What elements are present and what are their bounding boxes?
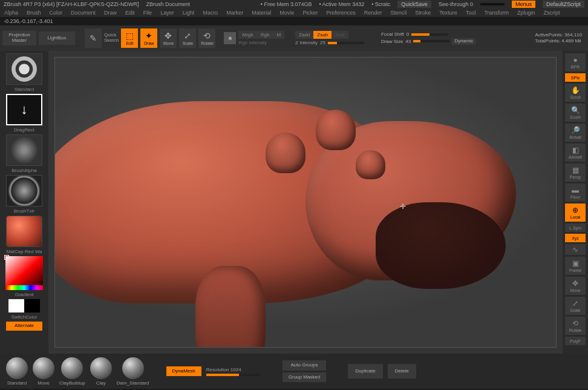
floor-icon: ▬ — [572, 186, 579, 194]
dynamesh-button[interactable]: DynaMesh — [166, 366, 201, 377]
default-zscript-button[interactable]: DefaultZScript — [543, 1, 584, 8]
brush-swirl-icon — [11, 56, 38, 82]
edit-button[interactable]: ⬚Edit — [121, 28, 138, 48]
brush-thumb[interactable] — [6, 53, 42, 85]
nav-move-button[interactable]: ✥Move — [565, 277, 586, 295]
scale-button[interactable]: ⤢Scale — [179, 28, 196, 48]
menu-edit[interactable]: Edit — [121, 10, 139, 16]
quicksave-button[interactable]: QuickSave — [397, 1, 431, 8]
z-intensity-slider[interactable]: Z Intensity 25 — [295, 40, 364, 45]
spix-button[interactable]: SPix — [565, 73, 586, 82]
local-button[interactable]: ⊕Local — [565, 203, 586, 222]
hand-icon: ✋ — [571, 86, 580, 94]
lightbox-button[interactable]: LightBox — [39, 31, 75, 45]
menu-transform[interactable]: Transform — [480, 10, 513, 16]
alpha-thumb[interactable] — [6, 134, 42, 166]
autogroups-button[interactable]: Auto Groups — [283, 360, 326, 371]
r-indicator: R — [224, 32, 236, 44]
menu-brush[interactable]: Brush — [22, 10, 45, 16]
gradient-label[interactable]: Gradient — [15, 292, 34, 297]
point-stats: ActivePoints: 364,110 TotalPoints: 4.489… — [535, 32, 582, 45]
menu-preferences[interactable]: Preferences — [322, 10, 360, 16]
zsub-button[interactable]: Zsub — [313, 31, 332, 39]
groupmasked-button[interactable]: Group Masked — [283, 372, 326, 383]
brush-item-standard[interactable]: Standard — [6, 357, 28, 386]
nav-rotate-button[interactable]: ⟲Rotate — [565, 317, 586, 335]
quicksketch-button[interactable]: ✎ — [85, 28, 102, 48]
menu-file[interactable]: File — [139, 10, 157, 16]
alternate-button[interactable]: Alternate — [6, 322, 42, 331]
rgb-button[interactable]: Rgb — [257, 31, 273, 39]
menu-marker[interactable]: Marker — [222, 10, 247, 16]
menu-draw[interactable]: Draw — [100, 10, 121, 16]
dynamic-button[interactable]: Dynamic — [452, 38, 475, 45]
texture-thumb[interactable] — [6, 175, 42, 207]
menu-zscript[interactable]: Zscript — [540, 10, 564, 16]
aahalf-button[interactable]: ◧AAHalf — [565, 144, 586, 162]
menu-tool[interactable]: Tool — [462, 10, 480, 16]
brush-item-claybuildup[interactable]: ClayBuildup — [59, 357, 85, 386]
floor-button[interactable]: ▬Floor — [565, 183, 586, 202]
sculpt-model — [316, 110, 356, 150]
swatch-black[interactable] — [24, 299, 40, 312]
sculpt-model — [356, 150, 386, 179]
move-button[interactable]: ✥Move — [160, 28, 177, 48]
menu-stencil[interactable]: Stencil — [386, 10, 411, 16]
menu-material[interactable]: Material — [247, 10, 275, 16]
matcap-label: MatCap Red Wa — [7, 249, 42, 254]
zoom-button[interactable]: 🔍Zoom — [565, 104, 586, 122]
swatch-white[interactable] — [8, 299, 24, 312]
xyz-button[interactable]: Xyz — [565, 234, 586, 242]
transpose-button[interactable]: ∿ — [565, 244, 586, 255]
scroll-button[interactable]: ✋Scroll — [565, 84, 586, 102]
menu-macro[interactable]: Macro — [198, 10, 222, 16]
menus-button[interactable]: Menus — [512, 1, 535, 8]
polyf-button[interactable]: PolyF — [565, 337, 586, 345]
focal-shift-slider[interactable]: Focal Shift 0 — [381, 31, 475, 37]
resolution-slider[interactable]: Resolution 1024 — [206, 367, 261, 376]
draw-icon: ✦ — [145, 31, 152, 41]
duplicate-button[interactable]: Duplicate — [348, 364, 382, 379]
cursor-coordinates: -0.236,-0.167,-3.401 — [0, 17, 588, 25]
draw-size-slider[interactable]: Draw Size 43 Dynamic — [381, 38, 475, 45]
brush-item-clay[interactable]: Clay — [90, 357, 112, 386]
bpr-button[interactable]: ●BPR — [565, 53, 586, 71]
projection-master-button[interactable]: Projection Master — [2, 31, 36, 45]
menu-color[interactable]: Color — [45, 10, 67, 16]
m-button[interactable]: M — [273, 31, 284, 39]
zadd-button[interactable]: Zadd — [295, 31, 313, 39]
color-swatches[interactable] — [8, 299, 40, 312]
menu-document[interactable]: Document — [67, 10, 100, 16]
brush-item-damstandard[interactable]: Dam_Standard — [117, 357, 149, 386]
mrgb-button[interactable]: Mrgb — [238, 31, 256, 39]
menu-render[interactable]: Render — [360, 10, 387, 16]
menu-layer[interactable]: Layer — [156, 10, 178, 16]
switchcolor-button[interactable]: SwitchColor — [11, 314, 38, 320]
menu-light[interactable]: Light — [178, 10, 199, 16]
seethrough-slider[interactable] — [480, 3, 505, 5]
menu-alpha[interactable]: Alpha — [0, 10, 22, 16]
delete-button[interactable]: Delete — [388, 364, 416, 379]
rotate-button[interactable]: ⟲Rotate — [198, 28, 215, 48]
stroke-thumb[interactable]: ↓ — [6, 94, 42, 125]
persp-button[interactable]: ▦Persp — [565, 164, 586, 182]
menu-movie[interactable]: Movie — [275, 10, 298, 16]
nav-scale-button[interactable]: ⤢Scale — [565, 297, 586, 315]
zcut-button[interactable]: Zcut — [332, 31, 348, 39]
menu-stroke[interactable]: Stroke — [411, 10, 435, 16]
menu-texture[interactable]: Texture — [435, 10, 462, 16]
material-thumb[interactable] — [6, 216, 42, 247]
menu-zplugin[interactable]: Zplugin — [513, 10, 540, 16]
lsym-button[interactable]: L.Sym — [565, 223, 586, 232]
quicksketch-label: Quick Sketch — [104, 33, 119, 44]
aa-icon: ◧ — [572, 146, 579, 154]
menu-picker[interactable]: Picker — [298, 10, 322, 16]
bottom-shelf: Standard Move ClayBuildup Clay Dam_Stand… — [0, 354, 588, 389]
frame-button[interactable]: ▣Frame — [565, 257, 586, 275]
actual-button[interactable]: 🔎Actual — [565, 124, 586, 142]
viewport[interactable]: ✛ — [54, 57, 557, 348]
color-picker[interactable] — [5, 256, 43, 290]
move-icon: ✥ — [165, 31, 172, 41]
brush-item-move[interactable]: Move — [33, 357, 54, 386]
draw-button[interactable]: ✦Draw — [140, 28, 157, 48]
